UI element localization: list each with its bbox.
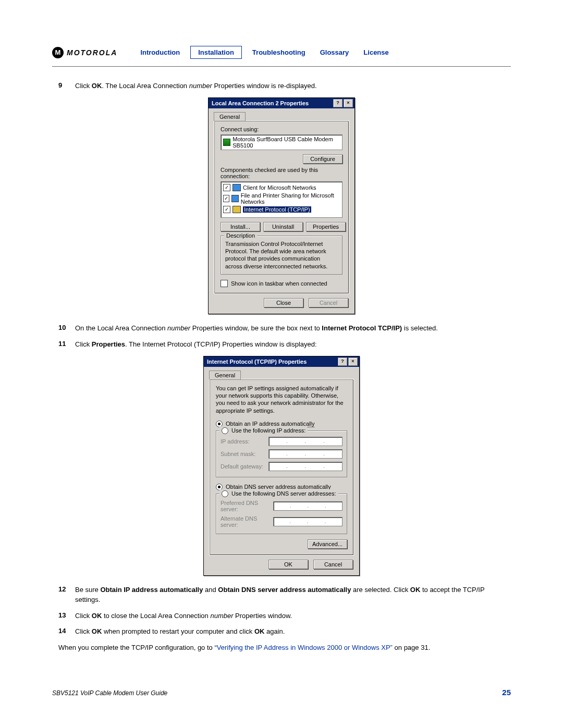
step-13: 13 Click OK to close the Local Area Conn… [58,611,511,621]
step-12: 12 Be sure Obtain IP address automatical… [58,585,511,605]
configure-button[interactable]: Configure [303,154,342,164]
default-gateway-label: Default gateway: [221,463,263,470]
lan-properties-dialog: Local Area Connection 2 Properties ? × G… [208,97,355,314]
ip-address-row: IP address: ... [221,435,342,448]
checkbox-icon[interactable] [221,280,228,287]
preferred-dns-row: Preferred DNS server: ... [221,498,342,514]
list-item[interactable]: ✓ Client for Microsoft Networks [223,183,340,192]
nav-glossary[interactable]: Glossary [313,46,357,58]
page-header: M MOTOROLA Introduction Installation Tro… [52,46,511,59]
uninstall-button[interactable]: Uninstall [263,222,303,231]
static-ip-group: Use the following IP address: IP address… [216,430,347,477]
tab-general[interactable]: General [209,371,241,379]
alternate-dns-label: Alternate DNS server: [221,515,273,528]
radio-icon[interactable] [222,427,228,434]
cancel-button: Cancel [309,298,348,307]
step-11: 11 Click Properties. The Internet Protoc… [58,340,511,350]
guide-title: SBV5121 VoIP Cable Modem User Guide [52,689,167,697]
step-number: 11 [58,340,69,350]
verify-ip-link[interactable]: “Verifying the IP Address in Windows 200… [214,644,393,651]
page-number: 25 [502,688,511,697]
description-group: Description Transmission Control Protoco… [221,236,342,275]
alternate-dns-input: ... [273,517,343,526]
adapter-name: Motorola SurfBoard USB Cable Modem SB510… [232,136,340,149]
step-number: 14 [58,627,69,637]
nav-installation[interactable]: Installation [190,46,242,59]
install-button[interactable]: Install... [221,222,260,231]
tcpip-intro-text: You can get IP settings assigned automat… [216,385,347,414]
advanced-button[interactable]: Advanced... [308,539,347,549]
radio-use-static-dns[interactable]: Use the following DNS server addresses: [222,489,336,498]
checkbox-icon[interactable]: ✓ [223,206,230,213]
close-icon[interactable]: × [348,357,358,366]
description-legend: Description [224,232,257,239]
components-label: Components checked are used by this conn… [221,167,342,179]
header-divider [52,66,511,67]
adapter-field: Motorola SurfBoard USB Cable Modem SB510… [221,134,342,150]
tcpip-icon [232,206,241,213]
step-number: 9 [58,81,69,91]
list-item[interactable]: ✓ File and Printer Sharing for Microsoft… [223,192,340,205]
default-gateway-input: ... [268,462,342,471]
preferred-dns-input: ... [273,501,342,511]
step-14: 14 Click OK when prompted to restart you… [58,627,511,637]
tab-general[interactable]: General [214,112,246,121]
tab-panel-general: Connect using: Motorola SurfBoard USB Ca… [214,120,349,294]
nav-troubleshooting[interactable]: Troubleshooting [245,46,313,58]
tcpip-properties-dialog: Internet Protocol (TCP/IP) Properties ? … [203,356,360,576]
properties-button[interactable]: Properties [306,222,346,231]
ip-address-input: ... [268,437,342,446]
preferred-dns-label: Preferred DNS server: [221,500,273,512]
subnet-mask-row: Subnet mask: ... [221,448,342,460]
help-button[interactable]: ? [338,357,347,366]
radio-use-static-ip[interactable]: Use the following IP address: [222,426,305,435]
step-9: 9 Click OK. The Local Area Connection nu… [58,81,511,91]
cancel-button[interactable]: Cancel [313,560,353,569]
step-text: Be sure Obtain IP address automatically … [75,585,511,605]
close-button[interactable]: Close [264,298,303,307]
page-footer: SBV5121 VoIP Cable Modem User Guide 25 [52,688,511,697]
ok-button[interactable]: OK [268,560,308,569]
close-icon[interactable]: × [344,99,353,107]
closing-paragraph: When you complete the TCP/IP configurati… [58,643,511,653]
components-listbox[interactable]: ✓ Client for Microsoft Networks ✓ File a… [221,181,342,218]
nic-icon [223,139,230,146]
list-item-selected[interactable]: ✓ Internet Protocol (TCP/IP) [223,205,340,214]
default-gateway-row: Default gateway: ... [221,460,342,473]
taskbar-checkbox-row[interactable]: Show icon in taskbar when connected [221,280,342,287]
step-number: 12 [58,585,69,605]
nav-license[interactable]: License [356,46,396,58]
step-number: 10 [58,324,69,334]
step-10: 10 On the Local Area Connection number P… [58,324,511,334]
tab-panel-general: You can get IP settings assigned automat… [209,379,354,556]
step-text: On the Local Area Connection number Prop… [75,324,511,334]
dialog-title-text: Local Area Connection 2 Properties [212,100,309,106]
radio-icon[interactable] [222,490,228,497]
subnet-mask-label: Subnet mask: [221,451,255,457]
checkbox-icon[interactable]: ✓ [223,195,229,202]
dialog-titlebar: Local Area Connection 2 Properties ? × [209,98,354,108]
help-button[interactable]: ? [333,99,342,107]
top-nav: Introduction Installation Troubleshootin… [133,46,396,59]
checkbox-icon[interactable]: ✓ [223,184,230,191]
brand-wordmark: MOTOROLA [67,48,117,57]
static-dns-group: Use the following DNS server addresses: … [216,493,347,534]
step-text: Click OK to close the Local Area Connect… [75,611,511,621]
step-number: 13 [58,611,69,621]
client-icon [232,184,241,191]
taskbar-label: Show icon in taskbar when connected [231,280,327,287]
file-printer-icon [231,195,239,202]
ip-address-label: IP address: [221,438,249,445]
dialog-title-text: Internet Protocol (TCP/IP) Properties [207,359,307,365]
step-text: Click OK. The Local Area Connection numb… [75,81,511,91]
subnet-mask-input: ... [268,449,342,459]
step-text: Click OK when prompted to restart your c… [75,627,511,637]
connect-using-label: Connect using: [221,126,342,132]
motorola-logo-icon: M [52,47,64,58]
alternate-dns-row: Alternate DNS server: ... [221,514,342,529]
description-text: Transmission Control Protocol/Internet P… [225,237,338,270]
dialog-titlebar: Internet Protocol (TCP/IP) Properties ? … [204,356,359,367]
nav-introduction[interactable]: Introduction [133,46,187,58]
step-text: Click Properties. The Internet Protocol … [75,340,511,350]
